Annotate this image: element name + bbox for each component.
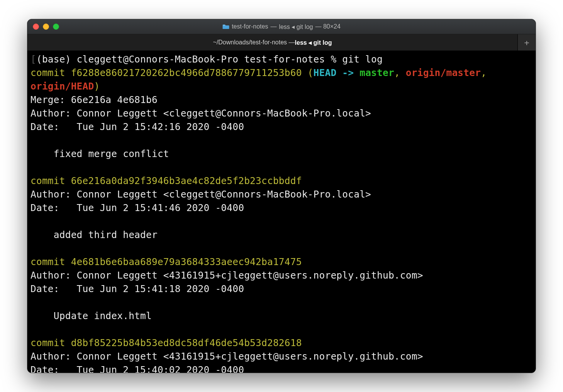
prompt-open-bracket: [: [31, 54, 36, 65]
window-title: test-for-notes — less ◂ git log — 80×24: [27, 23, 536, 30]
commit-0-refs-open: (: [302, 67, 314, 78]
commit-0-head: HEAD ->: [314, 67, 360, 78]
commit-2-prefix: commit: [31, 256, 71, 267]
title-sep: —: [270, 23, 276, 30]
folder-icon: [222, 24, 229, 29]
commit-1-author: Author: Connor Leggett <cleggett@Connors…: [31, 189, 371, 200]
commit-0-hash: f6288e86021720262bc4966d7886779711253b60: [71, 67, 302, 78]
commit-3-author: Author: Connor Leggett <43161915+cjlegge…: [31, 351, 423, 362]
commit-3-date: Date: Tue Jun 2 15:40:02 2020 -0400: [31, 364, 244, 373]
new-tab-button[interactable]: +: [518, 34, 536, 51]
minimize-icon[interactable]: [43, 24, 49, 30]
commit-0-master: master: [360, 67, 394, 78]
zoom-icon[interactable]: [53, 24, 59, 30]
tab-path: ~/Downloads/test-for-notes —: [213, 39, 295, 46]
commit-0-comma2: ,: [481, 67, 492, 78]
title-proc: less ◂ git log: [279, 23, 313, 30]
commit-2-msg: Update index.html: [31, 310, 152, 321]
commit-1-date: Date: Tue Jun 2 15:41:46 2020 -0400: [31, 202, 244, 213]
commit-0-origin-master: origin/master: [406, 67, 481, 78]
tab-main[interactable]: ~/Downloads/test-for-notes — less ◂ git …: [27, 34, 518, 51]
commit-0-prefix: commit: [31, 67, 71, 78]
commit-0-date: Date: Tue Jun 2 15:42:16 2020 -0400: [31, 121, 244, 132]
commit-2-author: Author: Connor Leggett <43161915+cjlegge…: [31, 270, 423, 281]
commit-0-refs-close: ): [94, 81, 100, 92]
title-folder: test-for-notes: [232, 23, 268, 30]
tab-proc: less ◂ git log: [295, 39, 332, 46]
commit-3-hash: d8bf85225b84b53ed8dc58df46de54b53d282618: [71, 337, 302, 348]
traffic-lights: [33, 24, 59, 30]
titlebar: test-for-notes — less ◂ git log — 80×24: [27, 19, 536, 34]
commit-0-comma1: ,: [394, 67, 406, 78]
plus-icon: +: [524, 38, 529, 47]
commit-1-msg: added third header: [31, 229, 158, 240]
tabbar: ~/Downloads/test-for-notes — less ◂ git …: [27, 34, 536, 51]
commit-1-prefix: commit: [31, 175, 71, 186]
commit-0-origin-head: origin/HEAD: [31, 81, 94, 92]
commit-0-msg: fixed merge conflict: [31, 148, 169, 159]
commit-1-hash: 66e216a0da92f3946b3ae4c82de5f2b23ccbbddf: [71, 175, 302, 186]
close-icon[interactable]: [33, 24, 39, 30]
commit-3-prefix: commit: [31, 337, 71, 348]
commit-2-hash: 4e681b6e6baa689e79a3684333aeec942ba17475: [71, 256, 302, 267]
commit-0-merge: Merge: 66e216a 4e681b6: [31, 94, 158, 105]
commit-2-date: Date: Tue Jun 2 15:41:18 2020 -0400: [31, 283, 244, 294]
terminal-window: test-for-notes — less ◂ git log — 80×24 …: [27, 19, 536, 373]
terminal-content[interactable]: [(base) cleggett@Connors-MacBook-Pro tes…: [27, 51, 536, 373]
prompt-line: (base) cleggett@Connors-MacBook-Pro test…: [36, 54, 383, 65]
commit-0-author: Author: Connor Leggett <cleggett@Connors…: [31, 108, 371, 119]
title-dims: — 80×24: [315, 23, 340, 30]
